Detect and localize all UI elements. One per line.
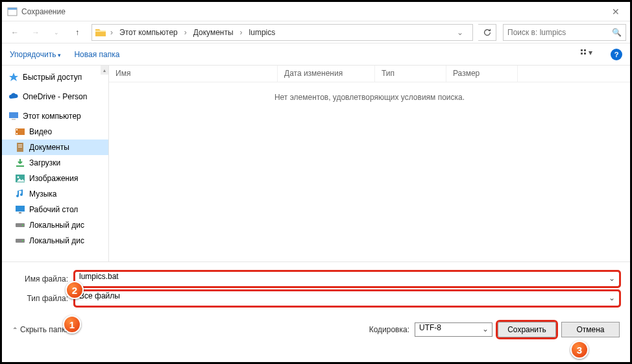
- forward-button: →: [27, 23, 45, 42]
- cloud-icon: [8, 91, 19, 102]
- search-input[interactable]: [507, 28, 612, 37]
- sidebar-item-documents[interactable]: Документы: [2, 140, 108, 155]
- svg-point-17: [18, 176, 19, 178]
- search-icon: 🔍: [612, 28, 622, 37]
- sidebar-item-quick-access[interactable]: Быстрый доступ: [2, 69, 108, 85]
- svg-point-21: [22, 224, 23, 226]
- sidebar-item-label: Музыка: [29, 189, 56, 199]
- body: ▴ Быстрый доступ OneDrive - Person Этот …: [2, 66, 630, 261]
- save-dialog: Сохранение ✕ ← → ⌄ ↑ › Этот компьютер › …: [0, 0, 632, 364]
- sidebar-item-onedrive[interactable]: OneDrive - Person: [2, 89, 108, 104]
- navbar: ← → ⌄ ↑ › Этот компьютер › Документы › l…: [2, 21, 630, 43]
- recent-dropdown[interactable]: ⌄: [47, 23, 66, 42]
- cancel-button[interactable]: Отмена: [561, 322, 620, 337]
- encoding-select[interactable]: UTF-8: [415, 322, 492, 337]
- breadcrumb-root[interactable]: Этот компьютер: [117, 27, 180, 38]
- disk-icon: [15, 236, 25, 246]
- back-button[interactable]: ←: [6, 23, 24, 42]
- up-button[interactable]: ↑: [68, 23, 86, 42]
- help-button[interactable]: ?: [611, 49, 622, 60]
- disk-icon: [15, 220, 25, 230]
- svg-rect-14: [18, 147, 22, 147]
- svg-rect-7: [9, 112, 18, 118]
- search-box[interactable]: 🔍: [503, 24, 626, 41]
- sidebar-item-desktop[interactable]: Рабочий стол: [2, 202, 108, 217]
- app-icon: [7, 6, 18, 17]
- svg-rect-10: [16, 129, 18, 130]
- filename-value: lumpics.bat: [79, 272, 119, 281]
- svg-rect-8: [12, 119, 16, 120]
- breadcrumb-documents[interactable]: Документы: [191, 27, 236, 38]
- window-title: Сохранение: [21, 7, 607, 16]
- sidebar: ▴ Быстрый доступ OneDrive - Person Этот …: [2, 66, 109, 261]
- sidebar-item-label: OneDrive - Person: [23, 92, 87, 101]
- organize-button[interactable]: Упорядочить: [10, 50, 61, 59]
- sidebar-item-local-disk-d[interactable]: Локальный дис: [2, 233, 108, 249]
- close-icon[interactable]: ✕: [607, 4, 625, 19]
- svg-rect-15: [16, 165, 24, 167]
- sidebar-item-video[interactable]: Видео: [2, 124, 108, 140]
- save-fields: Имя файла: lumpics.bat Тип файла: Все фа…: [2, 261, 630, 315]
- save-button[interactable]: Сохранить: [498, 322, 556, 337]
- titlebar: Сохранение ✕: [2, 2, 630, 21]
- filetype-select[interactable]: Все файлы: [75, 291, 620, 306]
- file-list: Имя Дата изменения Тип Размер Нет элемен…: [109, 66, 630, 261]
- svg-rect-5: [584, 53, 586, 55]
- desktop-icon: [15, 204, 25, 215]
- breadcrumb-dropdown[interactable]: ⌄: [450, 28, 470, 37]
- hide-folders-button[interactable]: Скрыть папки: [12, 325, 69, 334]
- column-date[interactable]: Дата изменения: [278, 66, 375, 82]
- sidebar-item-this-pc[interactable]: Этот компьютер: [2, 108, 108, 124]
- sidebar-item-label: Изображения: [29, 174, 78, 183]
- svg-rect-3: [584, 49, 586, 51]
- music-icon: [15, 189, 25, 199]
- refresh-button[interactable]: [478, 24, 496, 41]
- breadcrumb-lumpics[interactable]: lumpics: [247, 27, 278, 38]
- refresh-icon: [483, 28, 492, 37]
- sidebar-item-images[interactable]: Изображения: [2, 171, 108, 186]
- svg-rect-18: [16, 206, 25, 212]
- column-type[interactable]: Тип: [375, 66, 446, 82]
- svg-rect-11: [16, 133, 18, 134]
- filename-input[interactable]: lumpics.bat: [75, 271, 620, 287]
- empty-message: Нет элементов, удовлетворяющих условиям …: [109, 82, 630, 261]
- svg-rect-1: [8, 8, 17, 10]
- image-icon: [15, 173, 25, 184]
- annotation-badge-3: 3: [570, 341, 589, 359]
- chevron-right-icon[interactable]: ›: [108, 28, 115, 37]
- view-options-button[interactable]: ▾: [577, 47, 598, 61]
- column-size[interactable]: Размер: [446, 66, 518, 82]
- annotation-badge-2: 2: [66, 281, 84, 299]
- document-icon: [15, 142, 25, 152]
- sidebar-item-label: Видео: [29, 127, 52, 136]
- sidebar-item-label: Рабочий стол: [29, 205, 78, 214]
- toolbar: Упорядочить Новая папка ▾ ?: [2, 43, 630, 66]
- sidebar-item-local-disk-c[interactable]: Локальный дис: [2, 217, 108, 233]
- filetype-value: Все файлы: [79, 291, 120, 300]
- pc-icon: [8, 111, 19, 121]
- svg-point-23: [22, 240, 23, 241]
- filetype-label: Тип файла:: [12, 294, 71, 303]
- new-folder-button[interactable]: Новая папка: [74, 50, 119, 59]
- video-icon: [15, 127, 25, 137]
- sidebar-item-label: Загрузки: [29, 158, 60, 167]
- sidebar-item-music[interactable]: Музыка: [2, 186, 108, 202]
- svg-rect-4: [581, 53, 583, 55]
- chevron-right-icon[interactable]: ›: [237, 28, 245, 37]
- column-headers: Имя Дата изменения Тип Размер: [109, 66, 630, 82]
- scroll-up-button[interactable]: ▴: [101, 66, 108, 75]
- folder-icon: [95, 27, 106, 38]
- encoding-value: UTF-8: [419, 323, 441, 332]
- sidebar-item-label: Локальный дис: [29, 221, 84, 230]
- sidebar-item-label: Документы: [29, 143, 69, 152]
- chevron-right-icon[interactable]: ›: [182, 28, 189, 37]
- sidebar-item-label: Локальный дис: [29, 236, 84, 245]
- sidebar-item-downloads[interactable]: Загрузки: [2, 155, 108, 171]
- column-name[interactable]: Имя: [109, 66, 278, 82]
- annotation-badge-1: 1: [63, 315, 81, 334]
- svg-rect-13: [18, 145, 22, 145]
- dialog-footer: Скрыть папки Кодировка: UTF-8 Сохранить …: [2, 315, 630, 343]
- breadcrumb[interactable]: › Этот компьютер › Документы › lumpics ⌄: [91, 24, 473, 41]
- filename-label: Имя файла:: [12, 274, 71, 284]
- svg-rect-2: [581, 49, 583, 51]
